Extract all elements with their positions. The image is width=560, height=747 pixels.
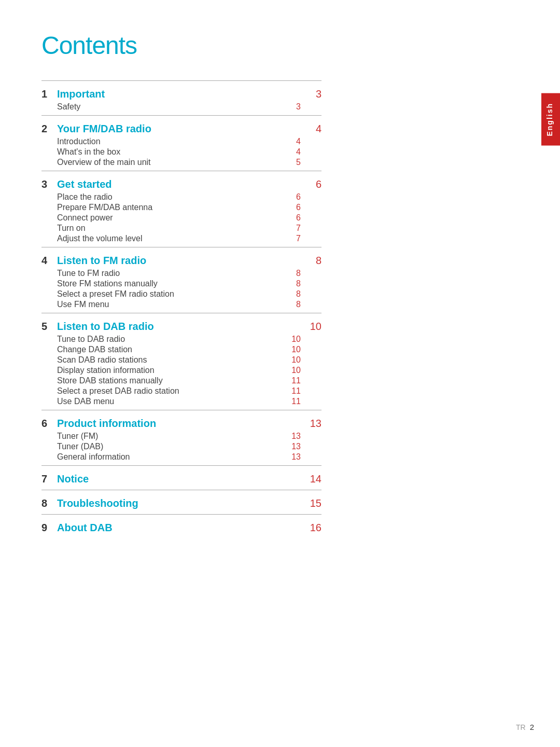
sub-item-label: Scan DAB radio stations xyxy=(57,355,147,365)
section-page-4: 8 xyxy=(301,247,321,313)
sub-item-label: Use FM menu xyxy=(57,300,109,309)
sub-item-page: 7 xyxy=(285,224,301,233)
list-item: Change DAB station10 xyxy=(57,344,301,355)
sub-item-page: 13 xyxy=(285,452,301,462)
section-title-7: Notice xyxy=(57,473,301,485)
toc-section-7: 7Notice14 xyxy=(41,466,321,490)
sub-item-label: Display station information xyxy=(57,366,155,375)
section-title-cell-8: Troubleshooting xyxy=(57,490,301,515)
section-page-3: 6 xyxy=(301,171,321,247)
sub-item-page: 10 xyxy=(285,335,301,344)
list-item: Store FM stations manually8 xyxy=(57,279,301,289)
sub-item-label: Turn on xyxy=(57,224,86,233)
list-item: Store DAB stations manually11 xyxy=(57,376,301,386)
toc-section-3: 3Get startedPlace the radio6Prepare FM/D… xyxy=(41,171,321,247)
list-item: Tuner (DAB)13 xyxy=(57,441,301,452)
list-item: Connect power6 xyxy=(57,213,301,223)
sub-item-label: Tune to DAB radio xyxy=(57,335,125,344)
list-item: Tune to FM radio8 xyxy=(57,268,301,279)
sub-item-label: General information xyxy=(57,452,130,462)
sub-item-page: 10 xyxy=(285,366,301,375)
toc-section-6: 6Product informationTuner (FM)13Tuner (D… xyxy=(41,410,321,466)
section-page-1: 3 xyxy=(301,81,321,116)
list-item: Adjust the volume level7 xyxy=(57,233,301,244)
sub-items-3: Place the radio6Prepare FM/DAB antenna6C… xyxy=(57,192,301,244)
sub-item-page: 8 xyxy=(285,279,301,288)
sub-item-label: Overview of the main unit xyxy=(57,158,151,167)
sub-item-label: Store FM stations manually xyxy=(57,279,158,288)
sub-item-label: Tuner (DAB) xyxy=(57,442,103,451)
section-page-8: 15 xyxy=(301,490,321,515)
list-item: General information13 xyxy=(57,452,301,462)
sub-item-page: 13 xyxy=(285,442,301,451)
section-page-2: 4 xyxy=(301,116,321,171)
sub-items-4: Tune to FM radio8Store FM stations manua… xyxy=(57,268,301,310)
sub-item-page: 4 xyxy=(285,137,301,146)
sub-item-page: 10 xyxy=(285,355,301,365)
section-number-6: 6 xyxy=(41,410,57,466)
sub-item-label: What's in the box xyxy=(57,147,120,157)
sub-item-page: 3 xyxy=(285,102,301,112)
footer-page: 2 xyxy=(530,723,534,731)
list-item: Display station information10 xyxy=(57,365,301,376)
section-number-1: 1 xyxy=(41,81,57,116)
section-page-6: 13 xyxy=(301,410,321,466)
section-page-5: 10 xyxy=(301,313,321,410)
section-number-3: 3 xyxy=(41,171,57,247)
list-item: Use DAB menu11 xyxy=(57,396,301,407)
list-item: Place the radio6 xyxy=(57,192,301,202)
sub-item-page: 6 xyxy=(285,192,301,202)
sub-items-6: Tuner (FM)13Tuner (DAB)13General informa… xyxy=(57,431,301,462)
list-item: Select a preset DAB radio station11 xyxy=(57,386,301,396)
sub-item-page: 7 xyxy=(285,234,301,243)
section-title-cell-3: Get startedPlace the radio6Prepare FM/DA… xyxy=(57,171,301,247)
toc-section-4: 4Listen to FM radioTune to FM radio8Stor… xyxy=(41,247,321,313)
section-title-4: Listen to FM radio xyxy=(57,255,301,267)
sub-items-5: Tune to DAB radio10Change DAB station10S… xyxy=(57,334,301,407)
section-page-9: 16 xyxy=(301,515,321,539)
sub-item-page: 11 xyxy=(285,397,301,406)
section-title-cell-5: Listen to DAB radioTune to DAB radio10Ch… xyxy=(57,313,301,410)
sub-item-label: Change DAB station xyxy=(57,345,132,354)
list-item: Tuner (FM)13 xyxy=(57,431,301,441)
section-title-6: Product information xyxy=(57,418,301,430)
section-title-5: Listen to DAB radio xyxy=(57,321,301,333)
page-title: Contents xyxy=(41,31,321,60)
sub-items-1: Safety3 xyxy=(57,102,301,112)
sub-item-label: Tune to FM radio xyxy=(57,269,120,278)
list-item: Scan DAB radio stations10 xyxy=(57,355,301,365)
list-item: Use FM menu8 xyxy=(57,299,301,310)
toc-section-2: 2Your FM/DAB radioIntroduction4What's in… xyxy=(41,116,321,171)
list-item: Safety3 xyxy=(57,102,301,112)
section-title-9: About DAB xyxy=(57,522,301,534)
sub-item-label: Select a preset FM radio station xyxy=(57,289,174,299)
section-title-2: Your FM/DAB radio xyxy=(57,123,301,135)
toc-section-8: 8Troubleshooting15 xyxy=(41,490,321,515)
section-title-8: Troubleshooting xyxy=(57,497,301,509)
list-item: Overview of the main unit5 xyxy=(57,157,301,168)
section-title-cell-2: Your FM/DAB radioIntroduction4What's in … xyxy=(57,116,301,171)
sub-item-page: 6 xyxy=(285,213,301,223)
toc-section-1: 1ImportantSafety33 xyxy=(41,81,321,116)
sub-item-label: Select a preset DAB radio station xyxy=(57,386,179,396)
sub-items-2: Introduction4What's in the box4Overview … xyxy=(57,136,301,168)
sub-item-label: Tuner (FM) xyxy=(57,432,98,441)
sub-item-page: 4 xyxy=(285,147,301,157)
sub-item-page: 5 xyxy=(285,158,301,167)
sub-item-page: 13 xyxy=(285,432,301,441)
sub-item-label: Introduction xyxy=(57,137,101,146)
sub-item-page: 11 xyxy=(285,386,301,396)
sub-item-label: Place the radio xyxy=(57,192,113,202)
toc-section-5: 5Listen to DAB radioTune to DAB radio10C… xyxy=(41,313,321,410)
sub-item-label: Safety xyxy=(57,102,80,112)
section-number-8: 8 xyxy=(41,490,57,515)
section-number-2: 2 xyxy=(41,116,57,171)
list-item: Prepare FM/DAB antenna6 xyxy=(57,202,301,213)
footer: TR 2 xyxy=(516,723,534,731)
footer-lang: TR xyxy=(516,723,526,731)
section-title-1: Important xyxy=(57,88,301,100)
sub-item-label: Prepare FM/DAB antenna xyxy=(57,203,152,212)
sub-item-page: 8 xyxy=(285,269,301,278)
section-title-cell-9: About DAB xyxy=(57,515,301,539)
toc-section-9: 9About DAB16 xyxy=(41,515,321,539)
